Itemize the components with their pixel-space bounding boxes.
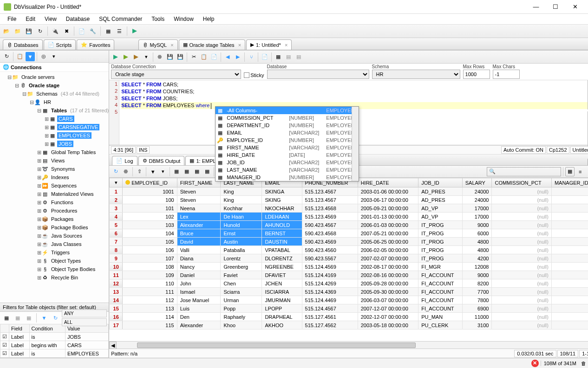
tree-toggle-icon[interactable]: ⊞	[36, 200, 42, 206]
tree-node-carsnegative[interactable]: ⊞▦CARSNEGATIVE	[0, 123, 109, 131]
tree-toggle-icon[interactable]: ⊞	[36, 266, 42, 272]
maximize-button[interactable]: ☐	[546, 1, 565, 13]
trash-icon[interactable]: 🗑	[581, 361, 586, 366]
tree-toggle-icon[interactable]: ⊞	[36, 208, 42, 214]
disconnect-icon[interactable]: ✖	[62, 26, 71, 36]
tree-node-schemas[interactable]: ⊟📁Schemas(43 of 44 filtered)	[0, 90, 109, 98]
table-row[interactable]: 10108NancyGreenbergNGREENBE515.124.45692…	[110, 263, 588, 271]
menu-edit[interactable]: Edit	[21, 14, 40, 24]
any-button[interactable]: ANY	[62, 310, 107, 317]
all-button[interactable]: ALL	[62, 318, 107, 326]
minimize-button[interactable]: —	[527, 1, 545, 13]
menu-view[interactable]: View	[40, 14, 61, 24]
execute-icon[interactable]	[111, 52, 120, 62]
form-view-icon[interactable]: ▤	[284, 52, 293, 62]
col-rownum[interactable]: ▾	[110, 178, 123, 187]
funnel-icon[interactable]: ▼	[39, 313, 49, 323]
scroll-left-icon[interactable]: ◀	[109, 342, 117, 349]
grid-icon[interactable]: ▦	[104, 26, 113, 36]
save-all-icon[interactable]: 💾	[176, 52, 185, 62]
autocomplete-popup[interactable]: ▦-All Columns-EMPLOYEES▦COMMISSION_PCT[N…	[215, 106, 359, 181]
tree-node-cars[interactable]: ⊞▦CARS	[0, 115, 109, 123]
error-icon[interactable]: ✕	[531, 360, 539, 367]
tree-node-java-sources[interactable]: ⊞☕Java Sources	[0, 232, 109, 240]
filter-table-icon[interactable]: ▦	[2, 313, 11, 323]
connect-icon[interactable]: 🔌	[51, 26, 60, 36]
menu-window[interactable]: Window	[169, 14, 198, 24]
folder-icon[interactable]: 📁	[13, 26, 22, 36]
table-row[interactable]: 17115AlexanderKhooAKHOO515.127.45622003-…	[110, 321, 588, 329]
filter-icon[interactable]: ▼	[26, 52, 35, 61]
table-row[interactable]: 2100StevenKingSKING515.123.45672003-06-1…	[110, 196, 588, 204]
filter-table[interactable]: FieldConditionValue☑LabelisJOBS☑Labelbeg…	[0, 324, 109, 358]
table-row[interactable]: 5103AlexanderHunoldAHUNOLD590.423.456720…	[110, 221, 588, 229]
col-hire_date[interactable]: HIRE_DATE	[358, 178, 418, 187]
filter-menu-icon[interactable]: ▾	[158, 167, 168, 176]
close-button[interactable]: ✕	[566, 1, 584, 13]
tree-node-java-classes[interactable]: ⊞☕Java Classes	[0, 240, 109, 248]
ac-item-manager-id[interactable]: ▦MANAGER_ID[NUMBER]EMPLOYEES	[216, 174, 359, 181]
col-employee_id[interactable]: EMPLOYEE_ID	[123, 178, 177, 187]
tree-toggle-icon[interactable]: ⊟	[14, 83, 20, 89]
redo-icon[interactable]: ↻	[35, 26, 45, 36]
col-commission_pct[interactable]: COMMISSION_PCT	[492, 178, 551, 187]
tree-node-procedures[interactable]: ⊞⚙Procedures	[0, 207, 109, 215]
ac-item-job-id[interactable]: ▦JOB_ID[VARCHAR2]EMPLOYEES	[216, 159, 359, 166]
save-sql-icon[interactable]: 💾	[165, 52, 175, 62]
run-icon[interactable]	[130, 26, 139, 36]
sticky-checkbox[interactable]	[244, 72, 249, 78]
table-row[interactable]: 12110JohnChenJCHEN515.124.42692005-09-28…	[110, 279, 588, 288]
tree-toggle-icon[interactable]: ⊞	[36, 241, 42, 247]
table-row[interactable]: 8106ValliPataballaVPATABAL590.423.456020…	[110, 246, 588, 254]
table-row[interactable]: 15113LuisPoppLPOPP515.124.45672007-12-07…	[110, 304, 588, 313]
tab-databases[interactable]: 🛢Databases	[3, 39, 43, 50]
quick-search[interactable]: 🔍	[487, 167, 561, 176]
sql-editor[interactable]: 12345 SELECT * FROM CARS;SELECT * FROM C…	[109, 80, 588, 145]
tree-node-hr[interactable]: ⊟👤HR	[0, 98, 109, 106]
ac-item-last-name[interactable]: ▦LAST_NAME[VARCHAR2]EMPLOYEES	[216, 166, 359, 174]
col-salary[interactable]: SALARY	[462, 178, 492, 187]
copy-sql-icon[interactable]: 📋	[199, 52, 209, 62]
table-row[interactable]: 13111IsmaelSciarraISCIARRA515.124.436920…	[110, 288, 588, 296]
dup-row-icon[interactable]: ▦	[192, 167, 202, 176]
cancel-row-icon[interactable]: ▦	[203, 167, 212, 176]
menu-help[interactable]: Help	[198, 14, 219, 24]
tree-toggle-icon[interactable]: ⊟	[7, 74, 12, 80]
filter-disable-icon[interactable]: ▦	[13, 313, 22, 323]
grid-view-icon[interactable]: ▦	[274, 52, 283, 62]
tree-node-tables[interactable]: ⊟▦Tables(17 of 21 filtered)	[0, 106, 109, 115]
chart-mode-icon[interactable]: ◔	[586, 167, 588, 176]
tree-node-global-temp-tables[interactable]: ⊞▦Global Temp Tables	[0, 148, 109, 156]
result-tab-dbms-output[interactable]: ⚙DBMS Output	[138, 156, 185, 165]
maxchars-input[interactable]	[493, 70, 520, 79]
tab-scripts[interactable]: 📄Scripts	[44, 39, 76, 50]
tree-toggle-icon[interactable]: ⊞	[44, 133, 49, 139]
delete-row-icon[interactable]: ▦	[182, 167, 191, 176]
database-select[interactable]	[267, 70, 369, 79]
filter-row[interactable]: ☑LabelisEMPLOYEES	[0, 349, 109, 358]
cut-icon[interactable]: ✂	[189, 52, 198, 62]
col-job_id[interactable]: JOB_ID	[418, 178, 462, 187]
table-icon[interactable]: ☰	[115, 26, 124, 36]
down-icon[interactable]: ▾	[49, 52, 59, 61]
tree-node-employees[interactable]: ⊞▦EMPLOYEES	[0, 131, 109, 140]
ac-item-employee-id[interactable]: 🔑EMPLOYEE_ID[NUMBER]EMPLOYEES	[216, 136, 359, 144]
close-tab-icon[interactable]: ×	[170, 42, 173, 48]
tree-node-recycle-bin[interactable]: ⊞♻Recycle Bin	[0, 273, 109, 282]
copy-icon[interactable]: 📋	[15, 52, 25, 61]
execute-current-icon[interactable]	[121, 52, 131, 62]
result-grid[interactable]: ▾EMPLOYEE_IDFIRST_NAMELAST_NAMEEMAILPHON…	[109, 178, 588, 329]
maxrows-input[interactable]	[463, 70, 490, 79]
tree-toggle-icon[interactable]: ⊟	[36, 108, 42, 114]
tree-toggle-icon[interactable]: ⊞	[36, 275, 42, 281]
filter-disable2-icon[interactable]: ▦	[24, 313, 33, 323]
tree-toggle-icon[interactable]: ⊞	[44, 116, 49, 122]
tree-node-triggers[interactable]: ⊞⚡Triggers	[0, 248, 109, 257]
tree-node-functions[interactable]: ⊞⚙Functions	[0, 198, 109, 207]
table-row[interactable]: 4102LexDe HaanLDEHAAN515.123.45692001-01…	[110, 213, 588, 221]
menu-sql-commander[interactable]: SQL Commander	[94, 14, 147, 24]
object-tree[interactable]: ⊟📁Oracle servers⊟🛢Oracle stage⊟📁Schemas(…	[0, 72, 109, 303]
refresh-icon[interactable]: ↻	[2, 52, 11, 61]
next-icon[interactable]: ▶	[233, 52, 242, 62]
tree-toggle-icon[interactable]: ⊞	[36, 158, 42, 164]
